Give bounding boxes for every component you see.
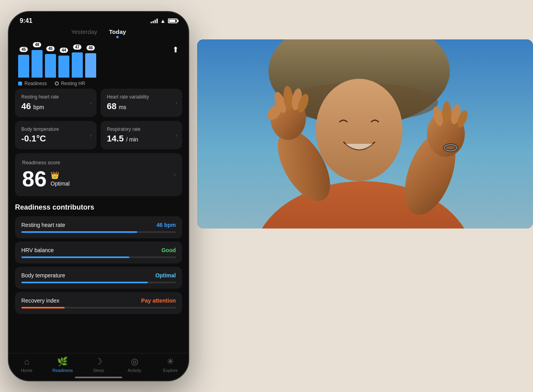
contributor-body-temp-bar-fill xyxy=(21,282,148,283)
contributor-recovery-bar-fill xyxy=(21,307,65,308)
score-arrow: › xyxy=(174,171,176,178)
chart-legend: Readiness Resting HR xyxy=(17,81,181,86)
bar-label-6: 46 xyxy=(86,45,95,50)
contributor-resting-hr-value: 46 bpm xyxy=(157,222,176,228)
nav-sleep[interactable]: ☽ Sleep xyxy=(87,357,110,373)
metrics-row-1: Resting heart rate 46 bpm › Heart rate v… xyxy=(15,89,182,117)
contributor-body-temp-header: Body temperature Optimal xyxy=(21,272,176,279)
sleep-icon: ☽ xyxy=(95,357,102,367)
bar-3: 45 xyxy=(45,54,56,78)
resting-hr-arrow: › xyxy=(90,100,92,106)
contributor-body-temp-name: Body temperature xyxy=(21,272,65,279)
share-button[interactable]: ⬆ xyxy=(172,45,179,54)
bar-label-2: 48 xyxy=(33,42,41,47)
contributor-recovery-value: Pay attention xyxy=(141,297,176,304)
score-row: 86 👑 Optimal xyxy=(22,168,175,190)
phone: 9:41 ▲ Yesterday Today ⬆ xyxy=(8,11,189,381)
home-icon: ⌂ xyxy=(24,357,29,367)
score-number: 86 xyxy=(22,168,47,190)
contributor-resting-hr-header: Resting heart rate 46 bpm xyxy=(21,222,176,228)
bar-5: 47 xyxy=(72,52,83,78)
bar-label-4: 44 xyxy=(60,48,68,53)
legend-readiness: Readiness xyxy=(18,81,47,86)
score-badge: 👑 Optimal xyxy=(50,171,69,187)
contributor-recovery-bar-bg xyxy=(21,307,176,308)
legend-readiness-dot xyxy=(18,82,22,85)
contributor-hrv-bar-bg xyxy=(21,256,176,258)
chart-bars: 45 48 45 44 xyxy=(17,42,181,78)
bar-2: 48 xyxy=(32,50,43,78)
contributor-hrv-bar-fill xyxy=(21,256,129,258)
legend-resting-hr-label: Resting HR xyxy=(61,81,85,86)
score-card-title: Readiness score xyxy=(22,160,175,165)
contributor-hrv-value: Good xyxy=(161,247,176,253)
nav-readiness-label: Readiness xyxy=(52,368,73,373)
legend-resting-hr: Resting HR xyxy=(55,81,85,86)
battery-icon xyxy=(168,19,177,23)
nav-home[interactable]: ⌂ Home xyxy=(15,357,39,373)
nav-activity[interactable]: ◎ Activity xyxy=(123,357,146,373)
bar-6: 46 xyxy=(85,53,96,78)
top-tabs: Yesterday Today ⬆ xyxy=(9,24,188,38)
body-temp-arrow: › xyxy=(90,132,92,138)
readiness-score-card[interactable]: Readiness score 86 👑 Optimal › xyxy=(15,153,182,196)
nav-activity-label: Activity xyxy=(128,368,142,373)
nav-sleep-label: Sleep xyxy=(93,368,104,373)
nav-readiness[interactable]: 🌿 Readiness xyxy=(51,357,75,373)
explore-icon: ✳ xyxy=(167,357,174,367)
bar-label-5: 47 xyxy=(73,45,81,50)
nav-home-label: Home xyxy=(21,368,32,373)
contributor-resting-hr-bar-bg xyxy=(21,231,176,233)
contributor-recovery-index[interactable]: Recovery index Pay attention xyxy=(15,292,182,314)
svg-point-17 xyxy=(442,101,451,123)
contributor-resting-hr-name: Resting heart rate xyxy=(21,222,65,228)
nav-explore[interactable]: ✳ Explore xyxy=(158,357,182,373)
bar-1: 45 xyxy=(18,55,29,78)
respiratory-title: Respiratory rate xyxy=(107,126,176,132)
hrv-title: Heart rate variability xyxy=(107,94,176,100)
contributor-body-temp-value: Optimal xyxy=(155,272,176,279)
photo-panel-inner xyxy=(197,39,533,229)
status-icons: ▲ xyxy=(151,18,177,24)
resting-hr-value: 46 bpm xyxy=(21,101,90,111)
bar-fill-4 xyxy=(58,56,69,78)
hrv-arrow: › xyxy=(175,100,177,106)
bar-fill-3 xyxy=(45,54,56,78)
bar-fill-5 xyxy=(72,52,83,78)
crown-icon: 👑 xyxy=(50,171,69,180)
legend-hr-dot xyxy=(55,82,59,85)
bar-label-3: 45 xyxy=(46,46,54,51)
score-label: Optimal xyxy=(50,180,69,187)
home-indicator xyxy=(75,377,122,378)
card-respiratory[interactable]: Respiratory rate 14.5 / min › xyxy=(101,121,182,149)
contributor-body-temp-bar-bg xyxy=(21,282,176,283)
status-bar: 9:41 ▲ xyxy=(9,12,188,24)
phone-screen: 9:41 ▲ Yesterday Today ⬆ xyxy=(9,12,188,381)
contributor-recovery-name: Recovery index xyxy=(21,297,60,304)
nav-explore-label: Explore xyxy=(163,368,178,373)
contributor-resting-hr-bar-fill xyxy=(21,231,137,233)
scroll-content: Resting heart rate 46 bpm › Heart rate v… xyxy=(9,89,188,353)
tab-today[interactable]: Today xyxy=(109,28,126,38)
contributor-hrv-header: HRV balance Good xyxy=(21,247,176,253)
page-layout: 9:41 ▲ Yesterday Today ⬆ xyxy=(0,0,533,392)
card-hrv[interactable]: Heart rate variability 68 ms › xyxy=(101,89,182,117)
contributor-body-temp[interactable]: Body temperature Optimal xyxy=(15,267,182,289)
contributor-hrv-balance[interactable]: HRV balance Good xyxy=(15,242,182,264)
bar-fill-2 xyxy=(32,50,43,78)
card-body-temp[interactable]: Body temperature -0.1°C › xyxy=(15,121,97,149)
tab-yesterday[interactable]: Yesterday xyxy=(71,28,97,38)
contributor-resting-hr[interactable]: Resting heart rate 46 bpm xyxy=(15,216,182,238)
contributor-hrv-name: HRV balance xyxy=(21,247,54,253)
photo-svg xyxy=(197,39,533,229)
resting-hr-title: Resting heart rate xyxy=(21,94,90,100)
contributor-recovery-header: Recovery index Pay attention xyxy=(21,297,176,304)
hrv-value: 68 ms xyxy=(107,101,176,111)
legend-readiness-label: Readiness xyxy=(24,81,47,86)
body-temp-title: Body temperature xyxy=(21,126,90,132)
respiratory-arrow: › xyxy=(175,132,177,138)
contributors-title: Readiness contributors xyxy=(15,203,182,212)
metrics-row-2: Body temperature -0.1°C › Respiratory ra… xyxy=(15,121,182,149)
chart-section: 45 48 45 44 xyxy=(9,38,188,89)
card-resting-hr[interactable]: Resting heart rate 46 bpm › xyxy=(15,89,97,117)
